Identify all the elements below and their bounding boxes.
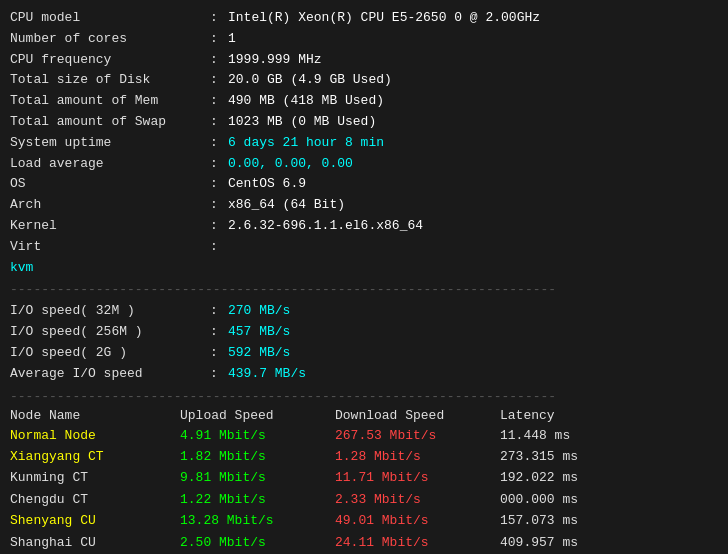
table-header: Node Name Upload Speed Download Speed La…	[10, 408, 718, 423]
latency: 11.448 ms	[500, 425, 620, 446]
kvm-value: kvm	[10, 258, 718, 279]
colon: :	[210, 133, 222, 154]
io-section: I/O speed( 32M ) : 270 MB/s I/O speed( 2…	[10, 301, 718, 384]
io-row: I/O speed( 32M ) : 270 MB/s	[10, 301, 718, 322]
header-latency: Latency	[500, 408, 620, 423]
colon: :	[210, 364, 222, 385]
system-row: Arch : x86_64 (64 Bit)	[10, 195, 718, 216]
io-value: 592 MB/s	[228, 343, 290, 364]
system-row: Load average : 0.00, 0.00, 0.00	[10, 154, 718, 175]
sys-value: 6 days 21 hour 8 min	[228, 133, 384, 154]
upload-speed: 9.81 Mbit/s	[180, 467, 335, 488]
sys-label: System uptime	[10, 133, 210, 154]
io-row: I/O speed( 2G ) : 592 MB/s	[10, 343, 718, 364]
sys-value: 0.00, 0.00, 0.00	[228, 154, 353, 175]
io-value: 270 MB/s	[228, 301, 290, 322]
node-name: Normal Node	[10, 425, 180, 446]
colon: :	[210, 216, 222, 237]
divider-2: ----------------------------------------…	[10, 389, 718, 404]
network-row: Xiangyang CT 1.82 Mbit/s 1.28 Mbit/s 273…	[10, 446, 718, 467]
download-speed: 49.01 Mbit/s	[335, 510, 500, 531]
colon: :	[210, 343, 222, 364]
system-row: CPU model : Intel(R) Xeon(R) CPU E5-2650…	[10, 8, 718, 29]
upload-speed: 13.28 Mbit/s	[180, 510, 335, 531]
system-info-section: CPU model : Intel(R) Xeon(R) CPU E5-2650…	[10, 8, 718, 278]
sys-value: 1	[228, 29, 236, 50]
colon: :	[210, 29, 222, 50]
node-name: Xiangyang CT	[10, 446, 180, 467]
sys-label: Virt	[10, 237, 210, 258]
sys-label: CPU model	[10, 8, 210, 29]
sys-label: Load average	[10, 154, 210, 175]
system-row: Total size of Disk : 20.0 GB (4.9 GB Use…	[10, 70, 718, 91]
node-name: Kunming CT	[10, 467, 180, 488]
upload-speed: 2.50 Mbit/s	[180, 532, 335, 553]
system-row: Total amount of Mem : 490 MB (418 MB Use…	[10, 91, 718, 112]
sys-label: Kernel	[10, 216, 210, 237]
node-name: Chengdu CT	[10, 489, 180, 510]
io-row: I/O speed( 256M ) : 457 MB/s	[10, 322, 718, 343]
network-row: Shanghai CU 2.50 Mbit/s 24.11 Mbit/s 409…	[10, 532, 718, 553]
sys-value: 2.6.32-696.1.1.el6.x86_64	[228, 216, 423, 237]
latency: 192.022 ms	[500, 467, 620, 488]
io-row: Average I/O speed : 439.7 MB/s	[10, 364, 718, 385]
upload-speed: 1.22 Mbit/s	[180, 489, 335, 510]
sys-label: CPU frequency	[10, 50, 210, 71]
sys-label: Arch	[10, 195, 210, 216]
sys-label: Number of cores	[10, 29, 210, 50]
sys-value: x86_64 (64 Bit)	[228, 195, 345, 216]
node-name: Shenyang CU	[10, 510, 180, 531]
latency: 000.000 ms	[500, 489, 620, 510]
upload-speed: 4.91 Mbit/s	[180, 425, 335, 446]
system-row: System uptime : 6 days 21 hour 8 min	[10, 133, 718, 154]
network-row: Kunming CT 9.81 Mbit/s 11.71 Mbit/s 192.…	[10, 467, 718, 488]
system-row: CPU frequency : 1999.999 MHz	[10, 50, 718, 71]
colon: :	[210, 301, 222, 322]
header-download: Download Speed	[335, 408, 500, 423]
upload-speed: 1.82 Mbit/s	[180, 446, 335, 467]
sys-value: 1023 MB (0 MB Used)	[228, 112, 376, 133]
io-label: Average I/O speed	[10, 364, 210, 385]
download-speed: 24.11 Mbit/s	[335, 532, 500, 553]
download-speed: 267.53 Mbit/s	[335, 425, 500, 446]
header-upload: Upload Speed	[180, 408, 335, 423]
network-table-section: Node Name Upload Speed Download Speed La…	[10, 408, 718, 554]
system-row: OS : CentOS 6.9	[10, 174, 718, 195]
download-speed: 1.28 Mbit/s	[335, 446, 500, 467]
colon: :	[210, 195, 222, 216]
io-value: 439.7 MB/s	[228, 364, 306, 385]
sys-label: Total size of Disk	[10, 70, 210, 91]
download-speed: 11.71 Mbit/s	[335, 467, 500, 488]
sys-label: Total amount of Mem	[10, 91, 210, 112]
sys-label: Total amount of Swap	[10, 112, 210, 133]
system-row: Kernel : 2.6.32-696.1.1.el6.x86_64	[10, 216, 718, 237]
network-row: Shenyang CU 13.28 Mbit/s 49.01 Mbit/s 15…	[10, 510, 718, 531]
divider-1: ----------------------------------------…	[10, 282, 718, 297]
system-row: Total amount of Swap : 1023 MB (0 MB Use…	[10, 112, 718, 133]
colon: :	[210, 174, 222, 195]
colon: :	[210, 237, 222, 258]
colon: :	[210, 322, 222, 343]
sys-value: 1999.999 MHz	[228, 50, 322, 71]
header-node: Node Name	[10, 408, 180, 423]
latency: 157.073 ms	[500, 510, 620, 531]
sys-value: CentOS 6.9	[228, 174, 306, 195]
colon: :	[210, 8, 222, 29]
download-speed: 2.33 Mbit/s	[335, 489, 500, 510]
sys-label: OS	[10, 174, 210, 195]
colon: :	[210, 50, 222, 71]
network-row: Normal Node 4.91 Mbit/s 267.53 Mbit/s 11…	[10, 425, 718, 446]
network-row: Chengdu CT 1.22 Mbit/s 2.33 Mbit/s 000.0…	[10, 489, 718, 510]
sys-value: Intel(R) Xeon(R) CPU E5-2650 0 @ 2.00GHz	[228, 8, 540, 29]
sys-value: 490 MB (418 MB Used)	[228, 91, 384, 112]
colon: :	[210, 154, 222, 175]
latency: 409.957 ms	[500, 532, 620, 553]
colon: :	[210, 91, 222, 112]
latency: 273.315 ms	[500, 446, 620, 467]
system-row: Number of cores : 1	[10, 29, 718, 50]
colon: :	[210, 70, 222, 91]
io-label: I/O speed( 256M )	[10, 322, 210, 343]
system-row: Virt :	[10, 237, 718, 258]
sys-value: 20.0 GB (4.9 GB Used)	[228, 70, 392, 91]
io-label: I/O speed( 32M )	[10, 301, 210, 322]
